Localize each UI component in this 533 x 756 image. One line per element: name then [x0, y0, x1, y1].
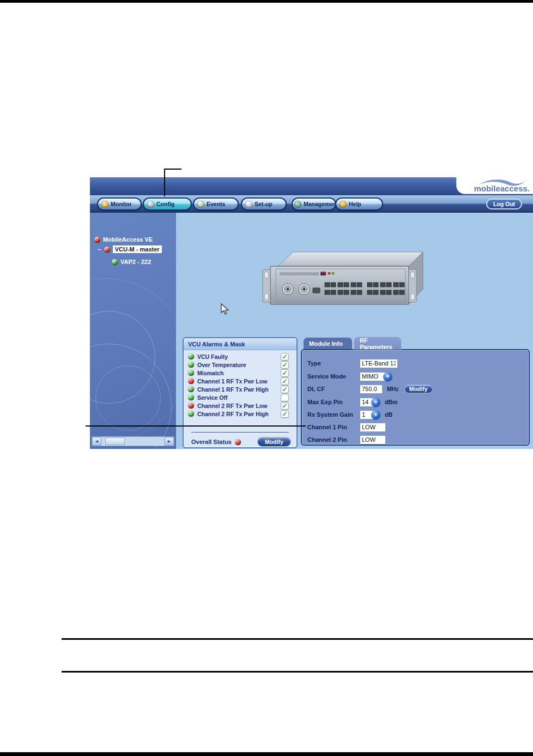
alarm-row: Channel 2 RF Tx Pwr Low ✓ [188, 401, 292, 410]
alarm-mask-checkbox[interactable]: ✓ [281, 410, 289, 418]
field-label: Rx System Gain [307, 411, 360, 418]
alarm-mask-checkbox[interactable]: ✓ [281, 369, 289, 377]
tree-item-label: VAP2 - 222 [120, 259, 151, 265]
alarm-row: Mismatch ✓ [188, 369, 292, 377]
alarms-panel-title: VCU Alarms & Mask [188, 341, 245, 347]
tab-label: Help [349, 201, 361, 207]
scroll-left-arrow-icon[interactable]: ◄ [92, 437, 101, 446]
alarm-mask-checkbox[interactable]: ✓ [281, 402, 289, 410]
tab-management[interactable]: Management [292, 197, 336, 211]
tab-module-info[interactable]: Module Info [303, 337, 353, 350]
mouse-cursor-icon [221, 303, 229, 315]
tab-events[interactable]: Events [193, 197, 239, 211]
overall-status-led-red-icon [235, 439, 241, 445]
status-led-red-icon [104, 247, 110, 253]
scrollbar-thumb[interactable] [105, 437, 125, 445]
document-page: mobileaccess. Monitor Config Events Set-… [0, 0, 533, 756]
status-led-green-icon [188, 411, 194, 417]
channel-2-pin-field[interactable] [360, 435, 386, 445]
rf-field-dl-cf: DL CF MHz Modify [307, 384, 524, 394]
app-header: mobileaccess. [90, 177, 533, 195]
alarm-label: VCU Faulty [197, 353, 228, 360]
alarm-row: VCU Faulty ✓ [188, 352, 292, 361]
logo-swirl-icon [475, 178, 528, 187]
field-label: Channel 2 Pin [307, 436, 360, 443]
config-callout-line [164, 169, 181, 170]
alarm-mask-checkbox[interactable]: ✓ [281, 353, 289, 361]
tab-config[interactable]: Config [143, 197, 192, 211]
tree-item-vcu-m-master[interactable]: – VCU-M - master [98, 244, 162, 254]
alarms-modify-button[interactable]: Modify [257, 437, 291, 447]
vcu-device-image [262, 247, 425, 309]
status-led-green-icon [188, 370, 194, 376]
alarm-mask-checkbox[interactable]: ✓ [281, 361, 289, 369]
alarm-row: Over Temperature ✓ [188, 361, 292, 369]
rf-parameters-panel: Type Service Mode ▾ DL CF MHz Modify [301, 349, 530, 446]
status-led-green-icon [188, 394, 194, 400]
tree-collapse-icon[interactable]: – [98, 247, 101, 252]
tab-label: Monitor [111, 201, 132, 207]
brand-logo: mobileaccess. [456, 177, 533, 194]
rf-field-type: Type [307, 358, 524, 368]
rf-field-max-exp-pin: Max Exp Pin ▾ dBm [307, 397, 524, 407]
field-label: Type [307, 360, 360, 367]
chevron-down-icon[interactable]: ▾ [371, 410, 380, 419]
chevron-down-icon[interactable]: ▾ [371, 398, 380, 407]
vcu-alarms-panel: VCU Alarms & Mask VCU Faulty ✓ Over Temp… [183, 337, 298, 448]
service-mode-field[interactable] [360, 372, 386, 381]
scroll-right-arrow-icon[interactable]: ► [165, 437, 174, 446]
alarms-separator [191, 432, 289, 433]
alarm-row: Channel 2 RF Tx Pwr High ✓ [188, 410, 292, 418]
sidebar-swirl-decoration [90, 278, 176, 442]
dl-cf-field[interactable] [360, 385, 383, 394]
note-rule-bottom [62, 671, 533, 673]
tab-label: Events [207, 201, 225, 207]
management-computer-icon [294, 201, 301, 208]
tree-item-vap2-222[interactable]: VAP2 - 222 [112, 257, 151, 267]
main-nav: Monitor Config Events Set-up Management … [90, 195, 533, 213]
status-led-red-icon [188, 378, 194, 384]
alarm-label: Channel 2 RF Tx Pwr Low [197, 403, 267, 409]
config-wrench-icon [147, 201, 154, 208]
alarm-mask-checkbox-unchecked[interactable] [281, 394, 289, 401]
logout-button[interactable]: Log Out [486, 199, 522, 209]
type-field[interactable] [360, 359, 398, 368]
tab-setup[interactable]: Set-up [241, 197, 287, 211]
page-top-rule [0, 0, 533, 3]
overall-status-row: Overall Status Modify [191, 436, 291, 447]
channel-1-pin-field[interactable] [360, 423, 386, 432]
alarm-mask-checkbox[interactable]: ✓ [281, 386, 289, 393]
tab-label: Module Info [309, 340, 343, 347]
tree-item-mobileaccess-ve[interactable]: MobileAccess VE [94, 235, 153, 244]
mobileaccess-web-ui: mobileaccess. Monitor Config Events Set-… [90, 177, 533, 449]
tab-label: Management [304, 201, 338, 207]
tab-label: Config [156, 201, 174, 207]
tree-item-label: MobileAccess VE [103, 236, 153, 243]
alarm-label: Channel 1 RF Tx Pwr Low [197, 378, 267, 385]
content-area: VCU Alarms & Mask VCU Faulty ✓ Over Temp… [176, 213, 533, 449]
dl-cf-modify-button[interactable]: Modify [404, 385, 433, 393]
unit-label: dB [385, 411, 392, 418]
rf-field-rx-system-gain: Rx System Gain ▾ dB [307, 410, 524, 419]
tab-monitor[interactable]: Monitor [97, 197, 142, 211]
alarm-label: Mismatch [197, 370, 223, 376]
alarm-mask-checkbox[interactable]: ✓ [281, 377, 289, 385]
sidebar-horizontal-scrollbar[interactable]: ◄ ► [92, 436, 174, 446]
status-led-green-icon [188, 386, 194, 392]
chevron-down-icon[interactable]: ▾ [383, 372, 392, 381]
help-book-icon [340, 201, 347, 208]
unit-label: MHz [387, 386, 399, 392]
alarm-label: Channel 2 RF Tx Pwr High [197, 411, 269, 417]
rf-field-service-mode: Service Mode ▾ [307, 371, 524, 381]
tab-help[interactable]: Help [335, 197, 383, 211]
status-led-red-icon [94, 237, 100, 243]
tab-rf-parameters[interactable]: RF Parameters [354, 337, 402, 350]
rf-field-channel-2-pin: Channel 2 Pin [307, 435, 524, 445]
field-label: Service Mode [307, 373, 360, 380]
page-bottom-rule [0, 752, 533, 756]
overall-status-label: Overall Status [191, 439, 232, 445]
tree-item-label: VCU-M - master [113, 245, 162, 253]
app-body: MobileAccess VE – VCU-M - master VAP2 - … [90, 213, 533, 449]
sidebar: MobileAccess VE – VCU-M - master VAP2 - … [90, 213, 176, 449]
field-label: Channel 1 Pin [307, 424, 360, 430]
